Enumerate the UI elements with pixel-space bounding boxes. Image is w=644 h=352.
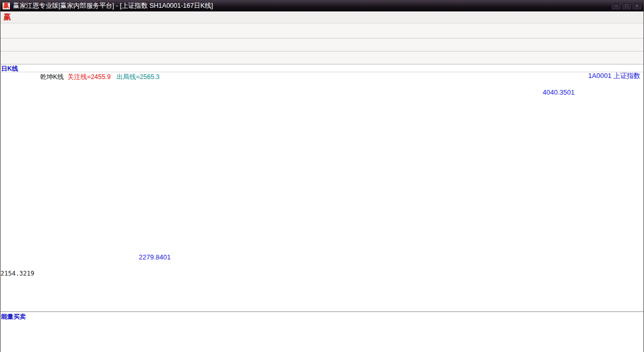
indicator-panel: 能量买卖 (1, 311, 643, 351)
drawing-toolbar (1, 51, 643, 64)
price-volume-canvas[interactable] (1, 72, 644, 311)
minimize-button[interactable]: – (612, 2, 621, 9)
exit-line-value: 出局线=2565.3 (116, 73, 160, 82)
menu-logo-icon: 赢 (4, 12, 11, 22)
window-controls: –□× (612, 2, 641, 9)
watch-line-value: 关注线=2455.9 (68, 73, 111, 82)
window-title: 赢家江恩专业版[赢家内部服务平台] - [上证指数 SH1A0001-167日K… (13, 2, 213, 10)
indicator-canvas[interactable] (1, 313, 644, 352)
app-logo-icon: 赢 (3, 3, 10, 9)
price-axis-min-label: 2154.3219 (1, 270, 31, 277)
title-bar: 赢 赢家江恩专业版[赢家内部服务平台] - [上证指数 SH1A0001-167… (1, 0, 643, 11)
application-window: 赢 赢家江恩专业版[赢家内部服务平台] - [上证指数 SH1A0001-167… (0, 0, 644, 352)
maximize-button[interactable]: □ (622, 2, 631, 9)
navigation-toolbar (1, 38, 643, 51)
peak-price-annotation: 4040.3501 (543, 88, 574, 96)
date-axis: 日K线 (1, 64, 643, 72)
symbol-label: 1A0001 上证指数 (588, 71, 640, 81)
kline-type-label[interactable]: 乾坤K线 (40, 73, 64, 82)
low-price-annotation: 2279.8401 (139, 253, 170, 261)
indicator-title[interactable]: 能量买卖 (1, 312, 26, 321)
main-toolbar (1, 23, 643, 38)
menu-bar: 赢 (1, 11, 643, 23)
chart-region[interactable]: 乾坤K线 关注线=2455.9 出局线=2565.3 1A0001 上证指数 4… (1, 72, 643, 311)
close-button[interactable]: × (633, 2, 641, 9)
